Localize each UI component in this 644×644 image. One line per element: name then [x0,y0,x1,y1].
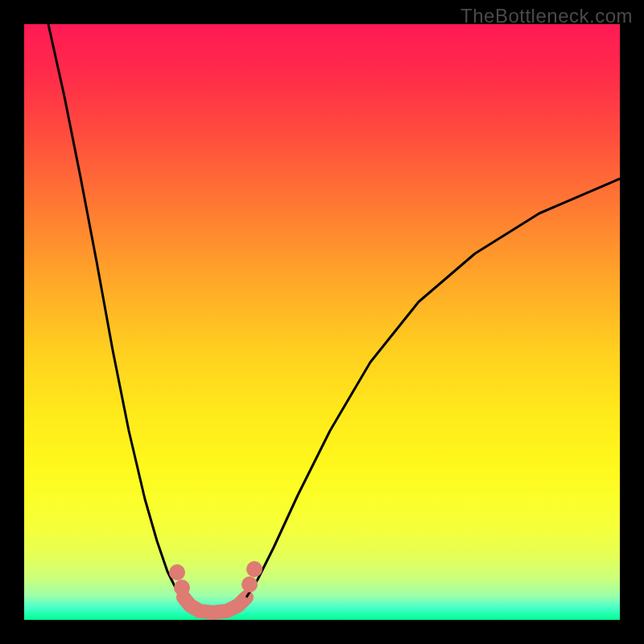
left-bead-upper [169,564,185,580]
curve-layer [48,24,620,613]
chart-frame: TheBottleneck.com [0,0,644,644]
valley-floor [184,597,246,613]
right-bead-lower [242,576,258,592]
left-curve [48,24,184,597]
watermark-text: TheBottleneck.com [460,5,633,27]
left-bead-lower [174,580,190,596]
chart-svg [24,24,620,620]
right-curve [246,179,620,597]
plot-area [24,24,620,620]
right-bead-upper [246,561,262,577]
